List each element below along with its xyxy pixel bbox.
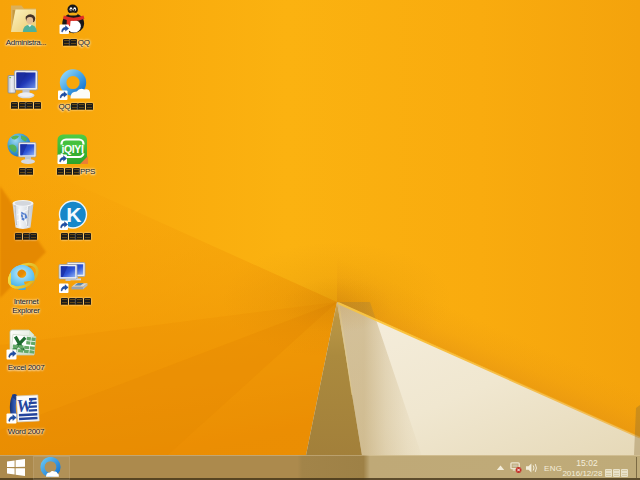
svg-text:K: K — [66, 203, 81, 226]
svg-text:iQIYI: iQIYI — [62, 143, 84, 155]
